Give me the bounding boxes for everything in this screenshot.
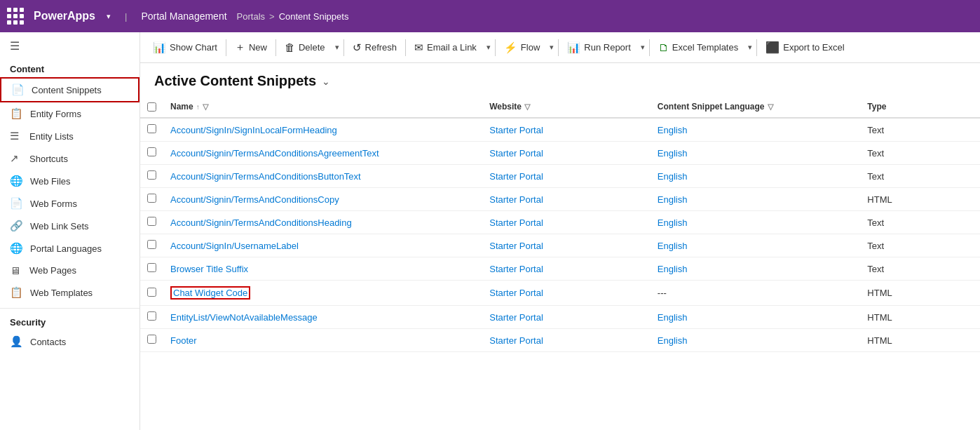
show-chart-label: Show Chart — [170, 42, 217, 53]
row-language-cell: English — [651, 234, 861, 257]
row-website-link[interactable]: Starter Portal — [489, 335, 543, 346]
row-website-cell: Starter Portal — [482, 142, 651, 165]
table-row: Account/Signin/TermsAndConditionsButtonT… — [140, 165, 980, 188]
row-name-link[interactable]: Browser Title Suffix — [170, 264, 248, 274]
module-name: Portal Management — [141, 11, 226, 22]
row-name-link[interactable]: Account/Signin/TermsAndConditionsButtonT… — [170, 171, 361, 182]
show-chart-button[interactable]: 📊 Show Chart — [146, 37, 224, 58]
row-website-link[interactable]: Starter Portal — [489, 194, 543, 205]
name-sort-icon[interactable]: ↑ — [196, 103, 200, 111]
row-name-link[interactable]: Account/Signin/TermsAndConditionsHeading — [170, 217, 352, 228]
sidebar-item-entity-forms[interactable]: 📋 Entity Forms — [0, 102, 139, 125]
row-checkbox[interactable] — [147, 124, 156, 133]
row-checkbox[interactable] — [147, 194, 156, 203]
flow-button[interactable]: ⚡ Flow — [497, 37, 547, 58]
row-language-link[interactable]: English — [658, 125, 688, 135]
delete-button[interactable]: 🗑 Delete — [278, 37, 332, 58]
row-checkbox[interactable] — [147, 263, 156, 272]
run-report-dropdown[interactable]: ▾ — [638, 39, 648, 56]
row-language-link[interactable]: English — [658, 241, 688, 251]
web-pages-icon: 🖥 — [10, 264, 22, 276]
row-name-link[interactable]: Account/Signin/TermsAndConditionsCopy — [170, 194, 339, 205]
row-type-cell: Text — [860, 118, 980, 142]
sidebar-item-contacts[interactable]: 👤 Contacts — [0, 330, 139, 353]
row-language-link[interactable]: English — [658, 148, 688, 159]
row-checkbox[interactable] — [147, 147, 156, 156]
hamburger-button[interactable]: ☰ — [0, 32, 139, 60]
language-filter-icon[interactable]: ▽ — [768, 102, 773, 112]
row-checkbox[interactable] — [147, 217, 156, 226]
web-link-sets-icon: 🔗 — [10, 220, 23, 232]
row-language-link[interactable]: English — [658, 335, 688, 346]
row-website-link[interactable]: Starter Portal — [489, 241, 543, 251]
row-name-link[interactable]: EntityList/ViewNotAvailableMessage — [170, 312, 318, 323]
row-checkbox[interactable] — [147, 170, 156, 180]
row-website-link[interactable]: Starter Portal — [489, 312, 543, 323]
excel-templates-icon: 🗋 — [658, 41, 669, 53]
sidebar-item-content-snippets[interactable]: 📄 Content Snippets — [0, 77, 139, 102]
row-language-link[interactable]: English — [658, 312, 688, 323]
waffle-menu[interactable] — [7, 8, 24, 25]
row-name-link[interactable]: Account/Signin/TermsAndConditionsAgreeme… — [170, 148, 379, 159]
refresh-button[interactable]: ↺ Refresh — [346, 37, 404, 58]
excel-templates-dropdown[interactable]: ▾ — [745, 39, 755, 56]
sidebar-item-portal-languages[interactable]: 🌐 Portal Languages — [0, 237, 139, 260]
app-chevron[interactable]: ▾ — [107, 12, 111, 21]
website-filter-icon[interactable]: ▽ — [524, 102, 530, 112]
row-language-cell: English — [651, 165, 861, 188]
row-name-link[interactable]: Chat Widget Code — [170, 286, 250, 300]
col-name: Name ↑ ▽ — [163, 96, 482, 118]
row-checkbox[interactable] — [147, 311, 156, 321]
table-row: Chat Widget CodeStarter Portal---HTML — [140, 281, 980, 306]
sidebar-item-shortcuts[interactable]: ↗ Shortcuts — [0, 147, 139, 170]
row-name-link[interactable]: Footer — [170, 335, 197, 346]
run-report-button[interactable]: 📊 Run Report — [560, 37, 637, 58]
sidebar-item-web-templates[interactable]: 📋 Web Templates — [0, 281, 139, 304]
row-checkbox[interactable] — [147, 288, 156, 297]
row-name-link[interactable]: Account/SignIn/SignInLocalFormHeading — [170, 125, 337, 135]
toolbar-sep-3 — [343, 39, 344, 56]
row-checkbox[interactable] — [147, 240, 156, 249]
table-row: FooterStarter PortalEnglishHTML — [140, 329, 980, 352]
view-title-chevron[interactable]: ⌄ — [322, 76, 330, 87]
excel-templates-label: Excel Templates — [672, 42, 738, 53]
excel-templates-button[interactable]: 🗋 Excel Templates — [651, 37, 745, 58]
row-language-link[interactable]: English — [658, 217, 688, 228]
export-to-excel-button[interactable]: ⬛ Export to Excel — [758, 36, 851, 58]
sidebar-item-web-forms[interactable]: 📄 Web Forms — [0, 192, 139, 215]
row-checkbox[interactable] — [147, 335, 156, 344]
breadcrumb-sep: > — [269, 11, 275, 22]
contacts-icon: 👤 — [10, 335, 23, 348]
sidebar-item-entity-lists[interactable]: ☰ Entity Lists — [0, 125, 139, 147]
email-a-link-button[interactable]: ✉ Email a Link — [407, 37, 484, 58]
row-website-link[interactable]: Starter Portal — [489, 125, 543, 135]
breadcrumb-portals[interactable]: Portals — [237, 11, 265, 22]
table-row: Account/SignIn/UsernameLabelStarter Port… — [140, 234, 980, 257]
row-language-link[interactable]: English — [658, 194, 688, 205]
sidebar-label-contacts: Contacts — [30, 337, 66, 347]
breadcrumb: Portals > Content Snippets — [237, 11, 349, 22]
row-website-link[interactable]: Starter Portal — [489, 171, 543, 182]
delete-dropdown[interactable]: ▾ — [332, 39, 342, 56]
sidebar-item-web-pages[interactable]: 🖥 Web Pages — [0, 260, 139, 281]
select-all-checkbox[interactable] — [147, 102, 156, 112]
new-button[interactable]: ＋ New — [228, 36, 274, 58]
row-language-link[interactable]: English — [658, 264, 688, 274]
email-dropdown[interactable]: ▾ — [484, 39, 494, 56]
row-website-link[interactable]: Starter Portal — [489, 288, 543, 298]
row-check-cell — [140, 329, 163, 352]
row-website-link[interactable]: Starter Portal — [489, 217, 543, 228]
row-language-link[interactable]: English — [658, 171, 688, 182]
row-website-link[interactable]: Starter Portal — [489, 148, 543, 159]
sidebar-item-web-link-sets[interactable]: 🔗 Web Link Sets — [0, 215, 139, 237]
row-name-link[interactable]: Account/SignIn/UsernameLabel — [170, 241, 299, 251]
breadcrumb-current: Content Snippets — [279, 11, 349, 22]
flow-dropdown[interactable]: ▾ — [547, 39, 557, 56]
toolbar-sep-4 — [405, 39, 406, 56]
row-type-cell: Text — [860, 165, 980, 188]
sidebar-item-web-files[interactable]: 🌐 Web Files — [0, 170, 139, 192]
table-row: Account/Signin/TermsAndConditionsHeading… — [140, 211, 980, 234]
name-filter-icon[interactable]: ▽ — [203, 102, 208, 112]
row-website-link[interactable]: Starter Portal — [489, 264, 543, 274]
row-type-cell: Text — [860, 142, 980, 165]
